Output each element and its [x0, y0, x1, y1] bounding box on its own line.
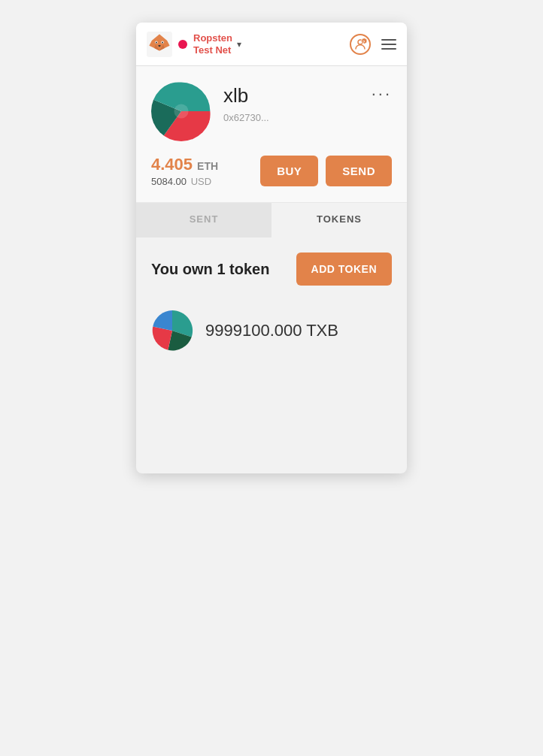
svg-text:?: ? — [363, 39, 365, 44]
tabs: SENT TOKENS — [136, 203, 407, 237]
svg-point-8 — [156, 41, 157, 43]
svg-point-14 — [174, 104, 188, 118]
chevron-down-icon: ▾ — [237, 39, 241, 50]
token-avatar — [151, 310, 193, 352]
more-options-button[interactable]: ··· — [372, 81, 392, 104]
network-dot — [178, 40, 187, 49]
account-avatar — [151, 81, 211, 141]
header-right: ? — [350, 34, 396, 55]
buy-button[interactable]: BUY — [260, 156, 318, 186]
usd-balance: 5084.00 USD — [151, 176, 218, 187]
hamburger-menu-icon[interactable] — [381, 39, 396, 50]
main-content: You own 1 token ADD TOKEN 9999100.000 TX… — [136, 237, 407, 373]
network-selector[interactable]: Ropsten Test Net ▾ — [193, 32, 241, 56]
account-icon[interactable]: ? — [350, 34, 371, 55]
account-address: 0x62730... — [223, 112, 359, 123]
token-balance: 9999100.000 TXB — [205, 321, 338, 340]
eth-balance: 4.405 ETH — [151, 155, 218, 174]
tokens-count: You own 1 token — [151, 261, 269, 278]
tab-tokens[interactable]: TOKENS — [272, 203, 407, 237]
account-section: xlb 0x62730... ··· 4.405 ETH 5084.00 USD… — [136, 66, 407, 203]
action-buttons: BUY SEND — [260, 156, 392, 186]
header-left: Ropsten Test Net ▾ — [147, 32, 350, 57]
account-name: xlb — [223, 84, 359, 107]
send-button[interactable]: SEND — [326, 156, 392, 186]
eth-symbol: ETH — [197, 160, 218, 172]
tab-sent[interactable]: SENT — [136, 203, 272, 237]
account-info: xlb 0x62730... ··· — [151, 81, 392, 141]
metamask-logo — [147, 32, 172, 57]
tokens-header: You own 1 token ADD TOKEN — [151, 253, 392, 286]
usd-amount: 5084.00 — [151, 176, 187, 187]
add-token-button[interactable]: ADD TOKEN — [296, 253, 392, 286]
token-item: 9999100.000 TXB — [151, 304, 392, 358]
account-details: xlb 0x62730... — [223, 81, 359, 123]
network-name: Ropsten Test Net — [193, 32, 232, 56]
usd-symbol: USD — [191, 176, 211, 187]
header: Ropsten Test Net ▾ ? — [136, 23, 407, 66]
eth-amount: 4.405 — [151, 155, 193, 174]
svg-point-9 — [162, 41, 163, 43]
balance-row: 4.405 ETH 5084.00 USD BUY SEND — [151, 155, 392, 187]
balance-info: 4.405 ETH 5084.00 USD — [151, 155, 218, 187]
app-container: Ropsten Test Net ▾ ? — [136, 23, 407, 473]
